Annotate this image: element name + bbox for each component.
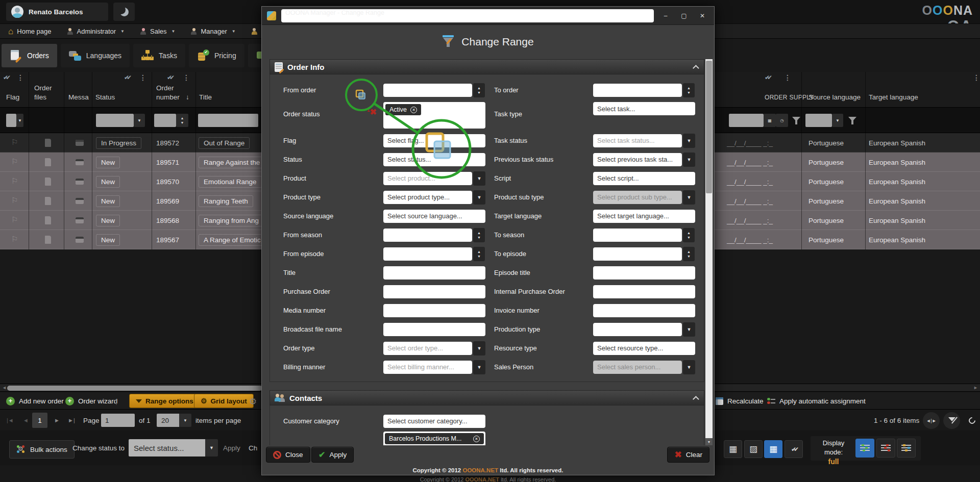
funnel-filter-icon[interactable] (848, 117, 856, 121)
settings-gear-icon[interactable]: ⚙ (249, 396, 257, 407)
order-files-cell[interactable] (45, 133, 51, 153)
sales-person-dropdown-icon[interactable]: ▼ (683, 360, 695, 374)
messages-icon[interactable] (76, 237, 84, 243)
apply-status-button[interactable]: Apply (223, 444, 240, 452)
flag-icon[interactable] (11, 237, 18, 243)
messages-cell[interactable] (76, 191, 84, 211)
scroll-right-icon[interactable]: ► (973, 385, 978, 390)
flag-icon[interactable] (11, 140, 18, 146)
order-number-spinner[interactable]: ▲▼ (176, 114, 188, 127)
page-size-dropdown-icon[interactable]: ▼ (179, 414, 191, 427)
order-type-field[interactable] (383, 342, 472, 355)
from-order-input[interactable] (383, 84, 472, 97)
nav-manager[interactable]: Manager ▼ (190, 28, 235, 35)
dark-mode-toggle[interactable] (113, 3, 135, 21)
scrollbar-thumb[interactable] (7, 386, 262, 391)
clear-filters-button[interactable] (943, 412, 960, 429)
contact-chip[interactable]: Barcelos Productions M... ✕ (385, 433, 484, 444)
funnel-filter-icon[interactable] (792, 117, 800, 121)
billing-manner-field[interactable] (383, 361, 472, 374)
multi-select-view-button[interactable]: ✔✔ (785, 440, 803, 458)
order-info-section-header[interactable]: Order Info (270, 59, 704, 74)
close-window-button[interactable]: ✕ (696, 10, 709, 21)
order-files-icon[interactable] (45, 236, 51, 244)
grid-search-view-button[interactable]: ▨ (744, 440, 763, 458)
nav-sales[interactable]: Sales ▼ (140, 28, 175, 35)
resource-type-field[interactable] (593, 342, 695, 355)
from-order-spinner-buttons[interactable]: ▲▼ (473, 83, 485, 97)
bulk-actions-button[interactable]: Bulk actions (9, 440, 75, 459)
display-mode-full-button[interactable] (855, 439, 874, 458)
flag-filter-dropdown[interactable]: ▼ (16, 114, 23, 127)
select-all-icon[interactable]: ✔✔ (3, 74, 8, 81)
sort-descending-icon[interactable]: ↓ (186, 93, 189, 101)
column-check-icon[interactable]: ✔✔ (765, 74, 770, 81)
messages-icon[interactable] (76, 198, 84, 204)
to-order-spinner-buttons[interactable]: ▲▼ (683, 83, 695, 97)
from-season-spinner-buttons[interactable]: ▲▼ (473, 228, 485, 242)
order-files-icon[interactable] (45, 216, 51, 224)
next-page-icon[interactable]: ► (54, 417, 60, 423)
flag-icon[interactable] (11, 179, 18, 185)
order-files-cell[interactable] (45, 211, 51, 230)
column-menu-icon[interactable]: ⋮ (139, 73, 146, 82)
fit-columns-button[interactable]: ◄|► (923, 412, 940, 429)
to-episode-input[interactable] (593, 247, 682, 261)
status-select[interactable]: Select status... (129, 439, 205, 456)
order-files-cell[interactable] (45, 230, 51, 249)
messages-icon[interactable] (76, 179, 84, 185)
from-season-input[interactable] (383, 229, 472, 242)
order-wizard-button[interactable]: + Order wizard (65, 393, 117, 409)
tab-orders[interactable]: Orders (2, 44, 57, 67)
last-page-icon[interactable]: ►| (68, 417, 75, 423)
clock-icon[interactable]: ◷ (776, 114, 788, 127)
product-sub-type-dropdown-icon[interactable]: ▼ (683, 190, 695, 205)
dialog-scrollbar[interactable]: ▼ (705, 59, 713, 445)
order-files-cell[interactable] (45, 153, 51, 172)
to-order-input[interactable] (593, 84, 682, 97)
messages-icon[interactable] (76, 217, 84, 223)
task-status-dropdown-icon[interactable]: ▼ (683, 134, 695, 148)
messages-cell[interactable] (76, 172, 84, 191)
range-options-button[interactable]: Range options (129, 394, 200, 408)
to-season-input[interactable] (593, 229, 682, 242)
messages-icon[interactable] (76, 159, 84, 165)
grid-view-button[interactable]: ▦ (724, 440, 742, 458)
col-order-files[interactable]: Order (34, 84, 52, 92)
title-input[interactable] (383, 266, 485, 280)
display-mode-custom-button[interactable] (897, 439, 916, 458)
messages-cell[interactable] (76, 230, 84, 249)
col-status[interactable]: Status (95, 93, 115, 101)
col-order-number[interactable]: number (156, 93, 180, 101)
source-language-field[interactable] (383, 210, 485, 223)
clear-button[interactable]: ✖ Clear (667, 447, 709, 463)
grid-layout-button[interactable]: ⚙ Grid layout (194, 394, 254, 408)
internal-purchase-order-input[interactable] (593, 285, 695, 298)
order-files-cell[interactable] (45, 172, 51, 191)
production-type-field[interactable] (593, 323, 682, 336)
col-order-supply[interactable]: ORDER SUPPLY (765, 94, 814, 101)
nav-administrator[interactable]: Administrator ▼ (67, 28, 125, 35)
collapse-icon[interactable] (693, 396, 699, 402)
recalculate-button[interactable]: Recalculate (716, 393, 764, 409)
to-season-spinner-buttons[interactable]: ▲▼ (683, 228, 695, 242)
order-supply-filter[interactable] (729, 114, 764, 127)
order-number-filter[interactable] (154, 114, 176, 127)
messages-cell[interactable] (76, 153, 84, 172)
flag-cell[interactable] (11, 133, 18, 153)
column-check-icon[interactable]: ✔✔ (124, 74, 129, 81)
billing-manner-dropdown-icon[interactable]: ▼ (473, 360, 485, 374)
col-messages[interactable]: Messa (68, 93, 89, 101)
column-menu-icon[interactable]: ⋮ (17, 73, 24, 82)
apply-automatic-assignment-button[interactable]: Apply automatic assignment (767, 393, 866, 409)
status-filter-dropdown[interactable]: ▼ (134, 114, 145, 127)
target-language-field[interactable] (593, 210, 695, 223)
purchase-order-input[interactable] (383, 285, 485, 298)
from-episode-input[interactable] (383, 247, 472, 261)
script-field[interactable] (593, 172, 695, 185)
col-order-files[interactable]: files (34, 93, 46, 101)
scroll-left-icon[interactable]: ◄ (2, 385, 7, 390)
messages-cell[interactable] (76, 211, 84, 230)
column-check-icon[interactable]: ✔✔ (167, 74, 172, 81)
status-field[interactable] (383, 153, 485, 166)
